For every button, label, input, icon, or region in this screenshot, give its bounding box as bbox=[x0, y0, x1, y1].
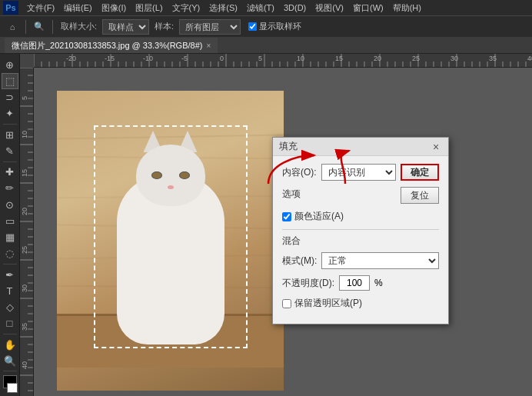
content-row: 内容(O): 内容识别 确定 bbox=[282, 164, 439, 181]
menu-bar: Ps 文件(F) 编辑(E) 图像(I) 图层(L) 文字(Y) 选择(S) 滤… bbox=[0, 0, 532, 15]
toolbar: ⌂ 🔍 取样大小: 取样点 样本: 所有图层 显示取样环 bbox=[0, 15, 532, 37]
show-ring-checkbox[interactable] bbox=[248, 22, 257, 31]
cat-eye-right bbox=[179, 171, 190, 179]
tool-separator-4 bbox=[3, 334, 17, 334]
eyedropper-icon[interactable]: 🔍 bbox=[32, 19, 47, 35]
background-color[interactable] bbox=[7, 383, 18, 393]
canvas-area: 填充 × 内容(O): 内容识别 确定 选项 bbox=[20, 54, 532, 396]
selection-tool[interactable]: ⬚ bbox=[2, 73, 18, 88]
tool-separator bbox=[3, 124, 17, 125]
toolbar-separator-2 bbox=[52, 20, 53, 34]
content-select[interactable]: 内容识别 bbox=[321, 164, 396, 181]
pen-tool[interactable]: ✒ bbox=[2, 267, 18, 282]
tab-close-btn[interactable]: × bbox=[206, 42, 211, 50]
lasso-tool[interactable]: ⊃ bbox=[2, 90, 18, 105]
cat-figure bbox=[105, 137, 236, 344]
opacity-input[interactable] bbox=[339, 275, 370, 291]
cat-head-container bbox=[136, 145, 205, 210]
fill-dialog: 填充 × 内容(O): 内容识别 确定 选项 bbox=[272, 137, 449, 324]
gradient-tool[interactable]: ▦ bbox=[2, 229, 18, 245]
color-adapt-checkbox[interactable] bbox=[282, 212, 291, 221]
shape-tool[interactable]: □ bbox=[2, 316, 18, 331]
color-adapt-label: 颜色适应(A) bbox=[294, 210, 344, 223]
reset-btn[interactable]: 复位 bbox=[401, 187, 439, 204]
crop-tool[interactable]: ⊞ bbox=[2, 127, 18, 142]
tool-separator-3 bbox=[3, 264, 17, 265]
menu-edit[interactable]: 编辑(E) bbox=[60, 2, 96, 15]
toolbar-separator bbox=[25, 20, 26, 34]
mode-label: 模式(M): bbox=[282, 255, 317, 268]
options-label: 选项 bbox=[282, 188, 301, 201]
photo-image bbox=[57, 91, 284, 391]
options-row: 选项 复位 bbox=[282, 187, 439, 204]
zoom-tool[interactable]: 🔍 bbox=[2, 353, 18, 368]
menu-filter[interactable]: 滤镜(T) bbox=[243, 2, 278, 15]
cat-head bbox=[136, 145, 205, 206]
tab-bar: 微信图片_20210308133853.jpg @ 33.3%(RGB/8#) … bbox=[0, 37, 532, 54]
eraser-tool[interactable]: ▭ bbox=[2, 213, 18, 228]
show-ring-checkbox-container: 显示取样环 bbox=[248, 21, 301, 32]
dialog-title: 填充 bbox=[279, 140, 298, 153]
tab-label: 微信图片_20210308133853.jpg @ 33.3%(RGB/8#) bbox=[12, 40, 202, 52]
menu-file[interactable]: 文件(F) bbox=[23, 2, 58, 15]
eyedropper-tool[interactable]: ✎ bbox=[2, 143, 18, 158]
tool-separator-2 bbox=[3, 161, 17, 162]
toolbox: ⊕ ⬚ ⊃ ✦ ⊞ ✎ ✚ ✏ ⊙ ▭ ▦ ◌ ✒ T ◇ □ ✋ 🔍 bbox=[0, 54, 20, 396]
mode-select[interactable]: 正常 bbox=[321, 252, 439, 269]
menu-layer[interactable]: 图层(L) bbox=[131, 2, 166, 15]
text-tool[interactable]: T bbox=[2, 283, 18, 298]
preserve-checkbox[interactable] bbox=[282, 299, 291, 308]
sample-label: 样本: bbox=[155, 21, 174, 32]
image-tab[interactable]: 微信图片_20210308133853.jpg @ 33.3%(RGB/8#) … bbox=[5, 38, 218, 53]
sample-size-select[interactable]: 取样点 bbox=[102, 19, 149, 35]
healing-tool[interactable]: ✚ bbox=[2, 164, 18, 179]
menu-help[interactable]: 帮助(H) bbox=[389, 2, 425, 15]
dialog-titlebar: 填充 × bbox=[273, 138, 448, 156]
menu-select[interactable]: 选择(S) bbox=[205, 2, 241, 15]
menu-image[interactable]: 图像(I) bbox=[98, 2, 130, 15]
menu-view[interactable]: 视图(V) bbox=[311, 2, 347, 15]
dialog-body: 内容(O): 内容识别 确定 选项 复位 bbox=[273, 156, 448, 324]
opacity-unit: % bbox=[374, 278, 383, 288]
opacity-label: 不透明度(D): bbox=[282, 277, 334, 290]
mode-row: 模式(M): 正常 bbox=[282, 252, 439, 269]
cat-eye-left bbox=[151, 171, 162, 179]
confirm-btn[interactable]: 确定 bbox=[401, 164, 439, 181]
main-area: ⊕ ⬚ ⊃ ✦ ⊞ ✎ ✚ ✏ ⊙ ▭ ▦ ◌ ✒ T ◇ □ ✋ 🔍 bbox=[0, 54, 532, 396]
ps-logo: Ps bbox=[3, 1, 18, 15]
menu-text[interactable]: 文字(Y) bbox=[168, 2, 204, 15]
preserve-label: 保留透明区域(P) bbox=[294, 297, 362, 310]
preserve-row: 保留透明区域(P) bbox=[282, 297, 439, 310]
menu-window[interactable]: 窗口(W) bbox=[349, 2, 387, 15]
dialog-divider bbox=[282, 229, 439, 230]
opacity-row: 不透明度(D): % bbox=[282, 275, 439, 291]
content-label: 内容(O): bbox=[282, 166, 317, 179]
sample-select[interactable]: 所有图层 bbox=[179, 19, 241, 35]
color-adapt-row: 颜色适应(A) bbox=[282, 210, 439, 223]
photo-container bbox=[57, 91, 284, 391]
hand-tool[interactable]: ✋ bbox=[2, 337, 18, 352]
sample-size-label: 取样大小: bbox=[61, 21, 97, 32]
cat-nose bbox=[168, 185, 174, 189]
canvas-background: 填充 × 内容(O): 内容识别 确定 选项 bbox=[34, 68, 532, 396]
clone-tool[interactable]: ⊙ bbox=[2, 197, 18, 212]
horizontal-ruler bbox=[34, 54, 532, 68]
path-tool[interactable]: ◇ bbox=[2, 299, 18, 314]
show-ring-label: 显示取样环 bbox=[259, 21, 301, 32]
vertical-ruler bbox=[20, 68, 34, 396]
tool-separator-5 bbox=[3, 371, 17, 371]
move-tool[interactable]: ⊕ bbox=[2, 57, 18, 72]
dialog-close-btn[interactable]: × bbox=[430, 141, 442, 153]
blur-tool[interactable]: ◌ bbox=[2, 246, 18, 261]
menu-3d[interactable]: 3D(D) bbox=[280, 2, 310, 13]
blend-section-label: 混合 bbox=[282, 235, 439, 248]
brush-tool[interactable]: ✏ bbox=[2, 181, 18, 196]
magic-wand-tool[interactable]: ✦ bbox=[2, 106, 18, 121]
home-icon[interactable]: ⌂ bbox=[5, 19, 20, 35]
